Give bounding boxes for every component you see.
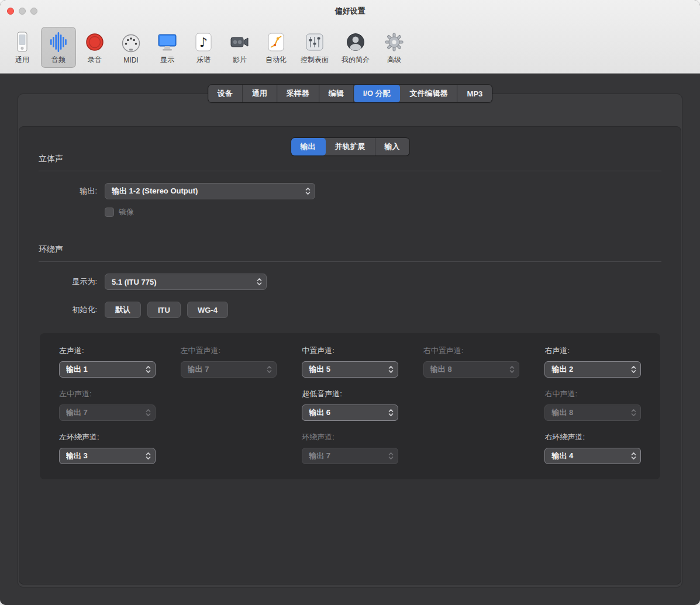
- channel-label: 超低音声道:: [302, 389, 398, 399]
- toolbar-item-label: 音频: [51, 55, 65, 65]
- toolbar-item-midi[interactable]: MIDI: [113, 28, 149, 67]
- mirror-label: 镜像: [119, 207, 134, 217]
- chevron-updown-icon: [388, 409, 394, 417]
- window-header: 偏好设置 通用 音频 录音: [0, 0, 700, 74]
- init-wg4-button[interactable]: WG-4: [187, 302, 228, 318]
- general-icon: [11, 30, 34, 54]
- chevron-updown-icon: [146, 452, 151, 460]
- chevron-updown-icon: [305, 187, 311, 195]
- dropdown-value: 输出 7: [188, 364, 263, 375]
- channel-select-lfe[interactable]: 输出 6: [302, 405, 398, 421]
- tab-editing[interactable]: 编辑: [319, 85, 354, 102]
- tab-mp3[interactable]: MP3: [458, 85, 492, 102]
- toolbar-item-advanced[interactable]: 高级: [377, 27, 412, 68]
- dropdown-value: 输出 3: [66, 451, 141, 461]
- toolbar-item-movie[interactable]: 影片: [222, 27, 257, 68]
- window-title: 偏好设置: [0, 6, 700, 16]
- tab-general[interactable]: 通用: [243, 85, 277, 102]
- toolbar-item-display[interactable]: 显示: [150, 27, 185, 68]
- channel-field-left-center: 左中置声道: 输出 7: [181, 345, 277, 378]
- channel-select-surround: 输出 7: [302, 448, 398, 464]
- stereo-section-title: 立体声: [39, 154, 661, 171]
- channel-select-right-mid: 输出 8: [544, 405, 641, 421]
- channel-label: 左中置声道:: [181, 345, 277, 356]
- toolbar-item-score[interactable]: ♪ 乐谱: [186, 27, 221, 68]
- midi-icon: [119, 32, 143, 55]
- show-as-row: 显示为: 5.1 (ITU 775): [39, 274, 661, 290]
- toolbar-item-recording[interactable]: 录音: [77, 27, 112, 68]
- channel-select-left-mid: 输出 7: [59, 405, 156, 421]
- preferences-window: 偏好设置 通用 音频 录音: [0, 0, 700, 605]
- toolbar-item-label: MIDI: [123, 56, 138, 64]
- channel-label: 左环绕声道:: [59, 432, 156, 442]
- toolbar-item-audio[interactable]: 音频: [41, 27, 76, 68]
- channel-label: 中置声道:: [302, 345, 398, 356]
- channel-select-left[interactable]: 输出 1: [59, 361, 156, 378]
- channel-label: 左中声道:: [59, 389, 156, 399]
- chevron-updown-icon: [146, 409, 151, 417]
- init-default-button[interactable]: 默认: [105, 302, 141, 318]
- zoom-button[interactable]: [30, 8, 37, 15]
- io-subtabs: 输出 并轨扩展 输入: [291, 138, 409, 155]
- toolbar-item-label: 通用: [15, 55, 29, 65]
- show-as-select[interactable]: 5.1 (ITU 775): [105, 274, 267, 290]
- init-itu-button[interactable]: ITU: [147, 302, 181, 318]
- toolbar-item-label: 影片: [233, 55, 247, 65]
- channel-field-right: 右声道: 输出 2: [544, 345, 641, 378]
- close-button[interactable]: [7, 8, 14, 15]
- chevron-updown-icon: [146, 365, 151, 374]
- show-as-label: 显示为:: [39, 276, 97, 287]
- output-panel: 立体声 输出: 输出 1-2 (Stereo Output) 镜像 环绕声 显示…: [19, 126, 681, 585]
- channel-field-center: 中置声道: 输出 5: [302, 345, 398, 378]
- channel-field-surround: 环绕声道: 输出 7: [302, 432, 398, 464]
- traffic-lights: [7, 8, 37, 15]
- chevron-updown-icon: [267, 365, 272, 374]
- audio-tabs: 设备 通用 采样器 编辑 I/O 分配 文件编辑器 MP3: [208, 85, 492, 102]
- dropdown-value: 输出 1-2 (Stereo Output): [112, 186, 301, 196]
- stereo-output-row: 输出: 输出 1-2 (Stereo Output): [39, 183, 661, 199]
- channel-select-center[interactable]: 输出 5: [302, 361, 398, 378]
- toolbar-item-automation[interactable]: 自动化: [258, 27, 294, 68]
- dropdown-value: 输出 5: [309, 364, 384, 375]
- dropdown-value: 5.1 (ITU 775): [112, 278, 252, 286]
- stereo-output-select[interactable]: 输出 1-2 (Stereo Output): [105, 183, 315, 199]
- channel-select-left-surround[interactable]: 输出 3: [59, 448, 156, 464]
- channel-label: 环绕声道:: [302, 432, 398, 442]
- channel-label: 右环绕声道:: [544, 432, 641, 442]
- toolbar-item-control-surfaces[interactable]: 控制表面: [295, 27, 335, 68]
- channel-field-left-mid: 左中声道: 输出 7: [59, 389, 156, 421]
- advanced-icon: [382, 30, 406, 54]
- dropdown-value: 输出 7: [66, 407, 141, 418]
- toolbar-item-label: 乐谱: [196, 55, 211, 65]
- tab-input[interactable]: 输入: [375, 138, 409, 155]
- channel-select-right[interactable]: 输出 2: [544, 361, 641, 378]
- movie-icon: [228, 30, 251, 54]
- mirror-checkbox[interactable]: [105, 208, 114, 217]
- dropdown-value: 输出 8: [551, 407, 626, 418]
- tab-output[interactable]: 输出: [291, 138, 326, 155]
- channel-label: 右中置声道:: [423, 345, 520, 356]
- toolbar-item-label: 显示: [160, 55, 174, 65]
- tab-bounce-extensions[interactable]: 并轨扩展: [326, 138, 375, 155]
- toolbar-item-general[interactable]: 通用: [5, 27, 40, 68]
- toolbar-item-label: 控制表面: [301, 55, 329, 65]
- initialize-label: 初始化:: [39, 305, 97, 315]
- minimize-button[interactable]: [19, 8, 26, 15]
- channel-label: 右声道:: [544, 345, 641, 356]
- channel-assignment-grid: 左声道: 输出 1 左中置声道: 输出 7 中置声道:: [40, 333, 660, 479]
- toolbar-item-label: 我的简介: [342, 55, 370, 65]
- channel-field-lfe: 超低音声道: 输出 6: [302, 389, 398, 421]
- chevron-updown-icon: [631, 452, 636, 460]
- dropdown-value: 输出 1: [66, 364, 141, 375]
- control-surfaces-icon: [303, 30, 326, 54]
- toolbar-item-my-info[interactable]: 我的简介: [336, 27, 375, 68]
- channel-select-right-surround[interactable]: 输出 4: [544, 448, 641, 464]
- tab-sampler[interactable]: 采样器: [277, 85, 319, 102]
- automation-icon: [264, 30, 288, 54]
- tab-devices[interactable]: 设备: [208, 85, 243, 102]
- titlebar[interactable]: 偏好设置: [0, 0, 700, 22]
- chevron-updown-icon: [631, 365, 636, 374]
- chevron-updown-icon: [631, 409, 636, 417]
- tab-file-editor[interactable]: 文件编辑器: [401, 85, 458, 102]
- tab-io-assignments[interactable]: I/O 分配: [354, 85, 401, 102]
